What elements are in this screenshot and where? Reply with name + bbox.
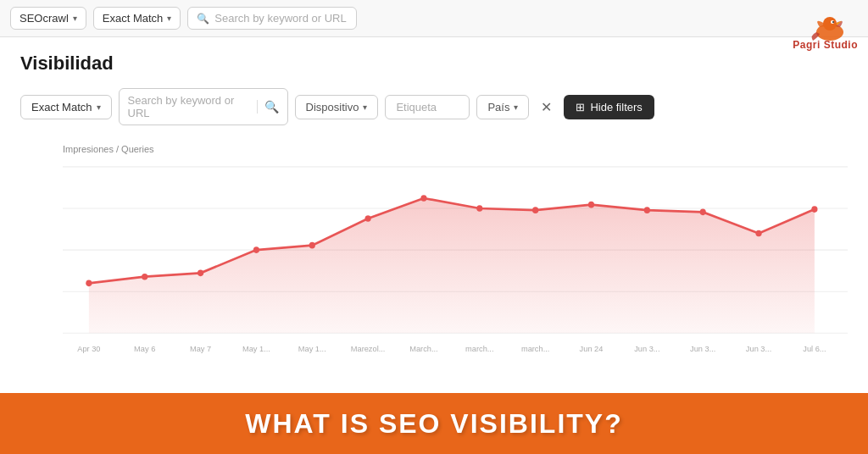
page-title: Visibilidad: [20, 53, 848, 75]
toolbar-search-box[interactable]: 🔍 Search by keyword or URL: [187, 7, 357, 30]
seocrawl-label: SEOcrawl: [19, 12, 69, 25]
svg-text:Jun 3...: Jun 3...: [634, 344, 659, 353]
chart-container: Impresiones / Queries 2000 1500 1000 500…: [20, 144, 848, 373]
svg-text:Apr 30: Apr 30: [77, 344, 100, 353]
filter-search-box[interactable]: Search by keyword or URL 🔍: [119, 88, 288, 125]
svg-text:march...: march...: [465, 344, 493, 353]
seocrawl-chevron-icon: ▾: [73, 14, 77, 23]
toolbar-search-icon: 🔍: [197, 13, 209, 25]
filter-icon: ⊞: [576, 101, 585, 114]
svg-point-20: [420, 195, 426, 202]
exact-match-dropdown-toolbar[interactable]: Exact Match ▾: [93, 7, 181, 30]
etiqueta-filter[interactable]: Etiqueta: [385, 95, 470, 119]
svg-point-18: [309, 242, 315, 249]
svg-text:March...: March...: [409, 344, 437, 353]
exact-match-filter[interactable]: Exact Match ▾: [20, 95, 112, 119]
exact-match-chevron-icon-toolbar: ▾: [167, 14, 171, 23]
svg-point-19: [365, 215, 371, 222]
etiqueta-label: Etiqueta: [396, 101, 437, 114]
svg-text:May 7: May 7: [190, 344, 211, 353]
svg-point-14: [86, 280, 92, 287]
svg-text:Jun 3...: Jun 3...: [746, 344, 771, 353]
svg-point-1: [823, 17, 837, 30]
pais-chevron-icon: ▾: [514, 102, 518, 112]
exact-match-filter-chevron-icon: ▾: [97, 102, 101, 112]
seocrawl-dropdown[interactable]: SEOcrawl ▾: [10, 7, 86, 30]
filters-bar: Exact Match ▾ Search by keyword or URL 🔍…: [20, 88, 848, 125]
banner-text: WHAT IS SEO VISIBILITY?: [245, 408, 622, 440]
filter-search-icon[interactable]: 🔍: [257, 100, 279, 114]
pagri-studio-text: Pagri Studio: [793, 39, 858, 51]
svg-point-15: [142, 274, 147, 280]
svg-text:Jun 24: Jun 24: [580, 344, 604, 353]
svg-text:May 6: May 6: [134, 344, 155, 353]
svg-point-3: [832, 21, 834, 23]
svg-text:May 1...: May 1...: [298, 344, 326, 353]
chart-area: Impresiones / Queries 2000 1500 1000 500…: [20, 136, 848, 390]
svg-point-16: [198, 270, 203, 277]
svg-text:May 1...: May 1...: [242, 344, 270, 353]
svg-point-22: [532, 207, 538, 213]
logo-container: Pagri Studio: [793, 7, 858, 51]
svg-text:Marezol...: Marezol...: [351, 344, 386, 353]
svg-point-24: [644, 207, 650, 213]
main-content: Visibilidad Exact Match ▾ Search by keyw…: [0, 37, 868, 390]
svg-text:Jul 6...: Jul 6...: [803, 344, 826, 353]
svg-point-23: [588, 202, 594, 208]
svg-point-27: [811, 206, 817, 213]
svg-point-25: [700, 209, 706, 216]
dispositivo-label: Dispositivo: [306, 101, 359, 114]
hide-filters-label: Hide filters: [590, 101, 642, 114]
svg-point-21: [476, 205, 482, 212]
bottom-banner: WHAT IS SEO VISIBILITY?: [0, 393, 868, 454]
toolbar-search-placeholder: Search by keyword or URL: [214, 12, 346, 25]
top-toolbar: SEOcrawl ▾ Exact Match ▾ 🔍 Search by key…: [0, 0, 868, 37]
svg-text:march...: march...: [521, 344, 549, 353]
hide-filters-button[interactable]: ⊞ Hide filters: [564, 95, 654, 119]
chart-y-axis-label: Impresiones / Queries: [63, 144, 848, 154]
clear-filters-button[interactable]: ✕: [536, 97, 557, 117]
filter-search-placeholder: Search by keyword or URL: [128, 94, 252, 119]
dispositivo-chevron-icon: ▾: [363, 102, 367, 112]
svg-point-26: [755, 230, 761, 237]
dispositivo-filter[interactable]: Dispositivo ▾: [295, 95, 379, 119]
visibility-chart: 2000 1500 1000 500 0: [63, 158, 848, 361]
exact-match-label-toolbar: Exact Match: [103, 12, 164, 25]
svg-text:Jun 3...: Jun 3...: [690, 344, 715, 353]
exact-match-filter-label: Exact Match: [31, 101, 92, 114]
pais-filter[interactable]: País ▾: [476, 95, 529, 119]
pais-label: País: [487, 101, 509, 114]
svg-point-17: [253, 246, 259, 253]
